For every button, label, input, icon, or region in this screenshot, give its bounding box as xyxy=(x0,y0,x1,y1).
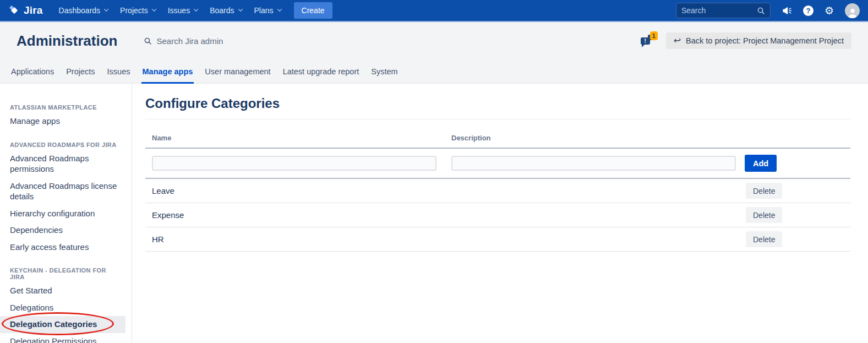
sidebar-entry-label: Delegations xyxy=(10,303,53,312)
tab-applications[interactable]: Applications xyxy=(10,59,55,84)
search-icon xyxy=(144,37,152,45)
table-row-leave: Leave Delete xyxy=(145,179,850,203)
back-to-project-button[interactable]: ↩ Back to project: Project Management Pr… xyxy=(666,32,851,49)
row-actions-cell: Delete xyxy=(740,183,850,199)
nav-item-label: Dashboards xyxy=(59,6,101,15)
admin-header-band: Administration Search Jira admin ! 1 ↩ B… xyxy=(0,22,868,84)
nav-item-label: Projects xyxy=(120,6,148,15)
category-name: Expense xyxy=(145,203,445,227)
tab-user-management[interactable]: User management xyxy=(204,59,271,84)
sidebar-item-get-started[interactable]: Get Started xyxy=(0,282,132,300)
sidebar-entry-label: Advanced Roadmaps license details xyxy=(10,181,117,202)
sidebar-item-hierarchy-configuration[interactable]: Hierarchy configuration xyxy=(0,205,132,222)
person-icon xyxy=(847,7,859,18)
create-button[interactable]: Create xyxy=(294,2,332,19)
category-name: HR xyxy=(145,227,445,251)
category-description-input[interactable] xyxy=(451,156,736,171)
chevron-down-icon xyxy=(277,7,281,11)
tab-projects[interactable]: Projects xyxy=(65,59,96,84)
delete-button[interactable]: Delete xyxy=(746,231,782,247)
jira-logo[interactable]: Jira xyxy=(8,4,43,17)
tab-issues[interactable]: Issues xyxy=(106,59,132,84)
sidebar-heading-keychain-delegation-for-jira: KEYCHAIN - DELEGATION FOR JIRA xyxy=(0,267,132,280)
tab-latest-upgrade-report[interactable]: Latest upgrade report xyxy=(282,59,361,84)
table-header-row: Name Description xyxy=(145,128,850,149)
add-button[interactable]: Add xyxy=(745,155,777,172)
jira-logo-icon xyxy=(8,4,20,17)
jira-admin-page: Jira Dashboards Projects Issues xyxy=(0,0,868,343)
nav-item-label: Plans xyxy=(254,6,274,15)
row-actions-cell: Delete xyxy=(740,207,850,223)
add-button-cell: Add xyxy=(740,155,850,172)
nav-item-label: Boards xyxy=(210,6,234,15)
tab-label: System xyxy=(371,67,397,76)
megaphone-icon[interactable] xyxy=(782,6,792,16)
admin-search-label: Search Jira admin xyxy=(156,36,223,46)
nav-item-projects[interactable]: Projects xyxy=(114,0,162,21)
tab-label: Latest upgrade report xyxy=(283,67,359,76)
back-to-project-label: Back to project: Project Management Proj… xyxy=(686,36,844,45)
sidebar-entry-label: Get Started xyxy=(10,286,52,295)
feedback-bubbles-icon[interactable]: ! 1 xyxy=(640,32,659,49)
jira-logo-text: Jira xyxy=(24,4,43,17)
add-category-row: Add xyxy=(145,149,850,179)
category-name: Leave xyxy=(145,179,445,203)
nav-item-label: Issues xyxy=(168,6,190,15)
navbar-search-box[interactable] xyxy=(676,3,771,18)
tab-label: Manage apps xyxy=(143,67,193,76)
speech-bubble-icon: ! xyxy=(641,37,650,45)
sidebar-entry-label: Early access features xyxy=(10,242,89,252)
tab-label: User management xyxy=(205,67,270,76)
sidebar-entry-label: Advanced Roadmaps permissions xyxy=(10,154,89,174)
delete-button[interactable]: Delete xyxy=(746,183,782,199)
delete-button[interactable]: Delete xyxy=(746,207,782,223)
admin-title: Administration xyxy=(17,32,117,50)
sidebar-entry-label: Hierarchy configuration xyxy=(10,209,95,218)
sidebar-entry-label: KEYCHAIN - DELEGATION FOR JIRA xyxy=(10,267,106,280)
admin-search[interactable]: Search Jira admin xyxy=(144,36,223,46)
main-content: Configure Categories Name Description Ad xyxy=(132,84,868,343)
tab-system[interactable]: System xyxy=(370,59,398,84)
chevron-down-icon xyxy=(194,7,198,11)
help-icon[interactable]: ? xyxy=(803,6,814,16)
search-icon xyxy=(757,7,765,15)
navbar-menu: Dashboards Projects Issues Boards xyxy=(53,0,287,21)
nav-item-dashboards[interactable]: Dashboards xyxy=(53,0,114,21)
table-row-expense: Expense Delete xyxy=(145,203,850,227)
tab-label: Applications xyxy=(11,67,54,76)
sidebar-item-advanced-roadmaps-license-details[interactable]: Advanced Roadmaps license details xyxy=(0,178,132,205)
category-description xyxy=(445,208,740,222)
column-header-name: Name xyxy=(145,128,445,148)
chevron-down-icon xyxy=(104,7,108,11)
sidebar-item-delegation-categories[interactable]: Delegation Categories xyxy=(0,316,125,333)
sidebar-heading-atlassian-marketplace: ATLASSIAN MARKETPLACE xyxy=(0,104,132,111)
tab-label: Issues xyxy=(107,67,130,76)
category-name-input[interactable] xyxy=(152,156,436,171)
admin-tabs: Applications Projects Issues Manage apps… xyxy=(0,59,868,84)
sidebar-item-early-access-features[interactable]: Early access features xyxy=(0,239,132,256)
table-row-hr: HR Delete xyxy=(145,227,850,252)
avatar[interactable] xyxy=(845,3,860,18)
gear-icon[interactable]: ⚙ xyxy=(825,6,834,16)
sidebar-item-manage-apps[interactable]: Manage apps xyxy=(0,113,132,130)
page-title: Configure Categories xyxy=(145,96,850,119)
navbar-search-input[interactable] xyxy=(681,6,757,15)
sidebar-item-dependencies[interactable]: Dependencies xyxy=(0,222,132,239)
tab-manage-apps[interactable]: Manage apps xyxy=(141,59,194,84)
return-arrow-icon: ↩ xyxy=(674,36,681,45)
category-description xyxy=(445,184,740,198)
description-input-cell xyxy=(445,156,740,171)
nav-item-issues[interactable]: Issues xyxy=(162,0,204,21)
navbar-right: ? ⚙ xyxy=(676,3,860,18)
sidebar-entry-label: Dependencies xyxy=(10,225,63,235)
page-body: ATLASSIAN MARKETPLACE Manage apps ADVANC… xyxy=(0,84,868,343)
sidebar-item-delegation-permissions[interactable]: Delegation Permissions xyxy=(0,333,132,343)
sidebar-entry-label: ATLASSIAN MARKETPLACE xyxy=(10,104,97,111)
admin-sidebar: ATLASSIAN MARKETPLACE Manage apps ADVANC… xyxy=(0,84,132,343)
sidebar-item-delegations[interactable]: Delegations xyxy=(0,300,132,317)
nav-item-plans[interactable]: Plans xyxy=(248,0,287,21)
chevron-down-icon xyxy=(238,7,242,11)
sidebar-item-advanced-roadmaps-permissions[interactable]: Advanced Roadmaps permissions xyxy=(0,150,132,178)
chevron-down-icon xyxy=(151,7,156,11)
nav-item-boards[interactable]: Boards xyxy=(204,0,248,21)
